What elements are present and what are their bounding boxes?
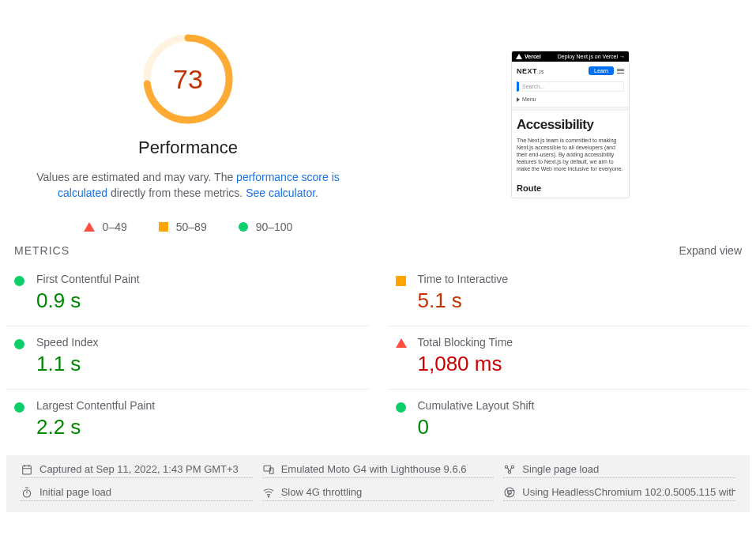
circle-icon (14, 276, 24, 286)
circle-icon (14, 402, 24, 413)
metric-row[interactable]: Cumulative Layout Shift0 (388, 389, 750, 452)
square-icon (159, 222, 168, 232)
metric-name: Speed Index (36, 336, 361, 349)
metric-name: First Contentful Paint (36, 273, 361, 285)
env-captured: Captured at Sep 11, 2022, 1:43 PM GMT+3 (21, 463, 253, 478)
stopwatch-icon (21, 486, 33, 499)
env-initial: Initial page load (21, 486, 253, 501)
metric-value: 2.2 s (36, 415, 361, 439)
gauge-description: Values are estimated and may vary. The p… (30, 169, 346, 202)
page-preview-thumbnail: Vercel Deploy Next.js on Vercel → NEXT.J… (511, 51, 630, 198)
metric-name: Total Blocking Time (418, 336, 743, 349)
triangle-icon (396, 338, 407, 348)
chrome-icon (503, 486, 516, 499)
circle-icon (14, 339, 24, 349)
performance-gauge: 73 (141, 32, 235, 126)
nodes-icon (503, 463, 516, 476)
hamburger-icon (617, 69, 624, 74)
metric-value: 0.9 s (36, 288, 361, 313)
metric-row[interactable]: Total Blocking Time1,080 ms (388, 326, 750, 389)
svg-point-10 (505, 488, 514, 497)
env-device: Emulated Moto G4 with Lighthouse 9.6.6 (262, 463, 495, 478)
metric-name: Largest Contentful Paint (36, 399, 361, 412)
performance-score: 73 (141, 32, 235, 126)
score-legend: 0–49 50–89 90–100 (84, 221, 293, 233)
circle-icon (396, 402, 406, 413)
metric-name: Cumulative Layout Shift (418, 399, 743, 412)
devices-icon (262, 463, 275, 476)
triangle-icon (84, 222, 95, 232)
environment-panel: Captured at Sep 11, 2022, 1:43 PM GMT+3 … (6, 455, 750, 512)
circle-icon (239, 222, 248, 232)
calculator-link[interactable]: See calculator (246, 187, 315, 199)
metric-row[interactable]: Time to Interactive5.1 s (388, 263, 750, 326)
metric-value: 0 (418, 415, 743, 439)
metric-row[interactable]: Speed Index1.1 s (6, 326, 369, 389)
square-icon (396, 276, 406, 286)
metric-value: 1.1 s (36, 352, 361, 376)
env-chrome: Using HeadlessChromium 102.0.5005.115 wi… (503, 486, 735, 501)
metric-name: Time to Interactive (418, 273, 743, 285)
wifi-icon (262, 486, 275, 499)
metric-row[interactable]: First Contentful Paint0.9 s (6, 263, 369, 326)
metrics-heading: METRICS (14, 244, 70, 257)
svg-rect-2 (23, 466, 32, 474)
env-network: Slow 4G throttling (262, 486, 495, 501)
calendar-icon (21, 463, 33, 476)
env-spa: Single page load (503, 463, 735, 478)
metric-row[interactable]: Largest Contentful Paint2.2 s (6, 389, 369, 452)
gauge-title: Performance (138, 138, 238, 158)
expand-view-toggle[interactable]: Expand view (679, 244, 742, 257)
metric-value: 1,080 ms (418, 352, 743, 376)
metric-value: 5.1 s (418, 288, 743, 313)
svg-point-9 (268, 496, 269, 496)
